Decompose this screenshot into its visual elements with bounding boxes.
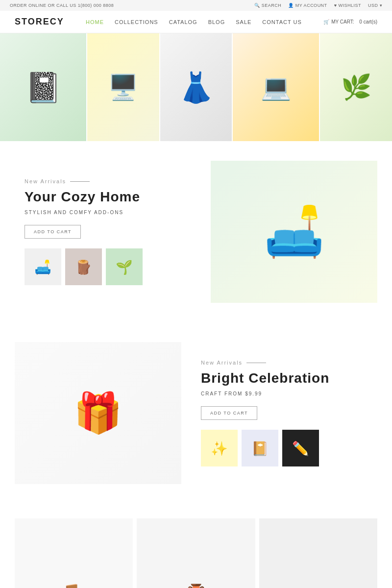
hero-image-notebooks (0, 33, 86, 141)
cozy-home-text: New Arrivals Your Cozy Home STYLISH AND … (15, 169, 201, 295)
site-logo[interactable]: STORECY (15, 17, 64, 27)
celebration-thumbnails (201, 430, 368, 466)
nav-home[interactable]: HOME (86, 19, 104, 25)
thumbnail-rug[interactable] (24, 248, 61, 285)
navigation: STORECY HOME COLLECTIONS CATALOG BLOG SA… (0, 11, 392, 33)
celebration-image (15, 342, 181, 484)
celebration-title: Bright Celebration (201, 370, 368, 386)
hero-image-fashion (160, 33, 232, 141)
cart-button[interactable]: 🛒 MY CART: 0 cart(s) (323, 19, 377, 24)
celebration-label: New Arrivals (201, 360, 368, 366)
celebration-text: New Arrivals Bright Celebration CRAFT FR… (191, 350, 377, 476)
celebration-subtitle: CRAFT FROM $9.99 (201, 391, 368, 396)
decor-category-icon: 🏺 (181, 583, 211, 588)
cozy-home-subtitle: STYLISH AND COMFY ADD-ONS (24, 210, 191, 215)
nav-collections[interactable]: COLLECTIONS (115, 19, 158, 25)
cozy-home-image (211, 161, 377, 303)
search-link[interactable]: 🔍 SEARCH (254, 3, 281, 8)
thumbnail-wood[interactable] (65, 248, 102, 285)
celebration-add-cart-button[interactable]: ADD TO CART (201, 406, 257, 420)
top-bar-right: 🔍 SEARCH 👤 MY ACCOUNT ♥ WISHLIST USD ▾ (254, 3, 382, 8)
phone-text: ORDER ONLINE OR CALL US 1(800) 000 8808 (10, 3, 114, 8)
cozy-home-add-cart-button[interactable]: ADD TO CART (24, 225, 81, 239)
thumbnail-pens[interactable] (282, 430, 319, 466)
hero-image-desk (87, 33, 159, 141)
electronics-category-icon: 📷 (303, 583, 333, 588)
account-link[interactable]: 👤 MY ACCOUNT (288, 3, 327, 8)
top-bar: ORDER ONLINE OR CALL US 1(800) 000 8808 … (0, 0, 392, 11)
nav-links: HOME COLLECTIONS CATALOG BLOG SALE CONTA… (86, 19, 302, 25)
hero-image-laptop (233, 33, 319, 141)
nav-blog[interactable]: BLOG (208, 19, 225, 25)
cart-icon: 🛒 (323, 19, 329, 24)
thumbnail-notebook[interactable] (242, 430, 278, 466)
cozy-home-label: New Arrivals (24, 178, 191, 184)
nav-sale[interactable]: SALE (236, 19, 251, 25)
nav-catalog[interactable]: CATALOG (169, 19, 197, 25)
category-home[interactable]: 🪑 HOME (15, 518, 133, 588)
nav-contact[interactable]: CONTACT US (262, 19, 302, 25)
currency-selector[interactable]: USD ▾ (368, 3, 382, 8)
category-decor[interactable]: 🏺 DECOR (137, 518, 255, 588)
thumbnail-plant-small[interactable] (106, 248, 143, 285)
categories-section: 🪑 HOME 🏺 DECOR 📷 ELECTRONICS (0, 504, 392, 588)
category-electronics[interactable]: 📷 ELECTRONICS (259, 518, 377, 588)
wishlist-link[interactable]: ♥ WISHLIST (334, 3, 361, 8)
celebration-section: New Arrivals Bright Celebration CRAFT FR… (0, 322, 392, 504)
cozy-home-section: New Arrivals Your Cozy Home STYLISH AND … (0, 141, 392, 322)
heart-icon: ♥ (334, 3, 337, 8)
person-icon: 👤 (288, 3, 294, 8)
cozy-home-thumbnails (24, 248, 191, 285)
search-icon: 🔍 (254, 3, 260, 8)
home-category-icon: 🪑 (59, 583, 89, 588)
hero-image-plant (320, 33, 392, 141)
thumbnail-dots[interactable] (201, 430, 238, 466)
cozy-home-title: Your Cozy Home (24, 189, 191, 205)
hero-gallery (0, 33, 392, 141)
